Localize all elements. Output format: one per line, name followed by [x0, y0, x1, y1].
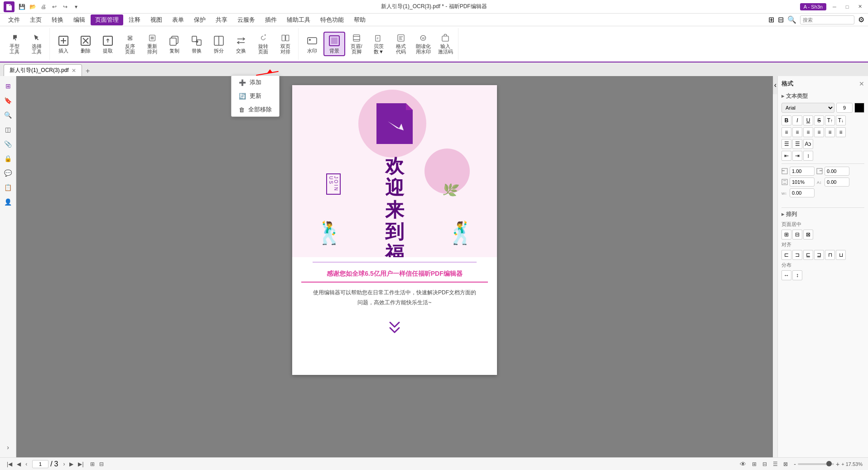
align-h-center-button[interactable]: ⊞	[781, 230, 791, 240]
copy-button[interactable]: 复制	[164, 32, 185, 56]
search-input[interactable]	[800, 15, 854, 24]
customize-icon[interactable]: ▾	[72, 2, 81, 11]
quick-open-icon[interactable]: 📂	[28, 2, 37, 11]
facing-view[interactable]: ⊠	[781, 460, 790, 469]
dropdown-remove-all[interactable]: 🗑 全部移除	[231, 103, 279, 116]
prev-page-button[interactable]: ◀	[15, 461, 22, 467]
align-page-button[interactable]: ⊠	[803, 230, 813, 240]
delete-button[interactable]: 删除	[75, 32, 96, 56]
sidebar-attachment-icon[interactable]: 📎	[2, 138, 14, 150]
settings-icon[interactable]: ⚙	[858, 15, 864, 24]
split-button[interactable]: 拆分	[208, 32, 230, 56]
two-page-view[interactable]: ⊟	[760, 460, 769, 469]
tab-add-button[interactable]: +	[83, 66, 93, 76]
word-spacing-input[interactable]	[790, 188, 815, 197]
menu-cloud[interactable]: 云服务	[233, 14, 260, 25]
nav-option-2[interactable]: ⊟	[98, 461, 105, 467]
input-code-button[interactable]: 输入激活码	[434, 32, 456, 56]
obj-align-vcenter-button[interactable]: ⊓	[825, 250, 835, 260]
align-justify-button[interactable]: ≡	[814, 127, 824, 137]
tab-close-button[interactable]: ✕	[72, 67, 76, 74]
last-page-button[interactable]: ▶|	[77, 461, 85, 467]
zoom-slider[interactable]	[798, 463, 834, 465]
extract-button[interactable]: 提取	[97, 32, 119, 56]
menu-share[interactable]: 共享	[211, 14, 232, 25]
menu-page-manage[interactable]: 页面管理	[91, 14, 123, 25]
menu-home[interactable]: 主页	[25, 14, 46, 25]
next-small-button[interactable]: ›	[62, 461, 66, 467]
zoom-out-button[interactable]: -	[794, 460, 796, 468]
sidebar-form-icon[interactable]: 📋	[2, 181, 14, 194]
line-height-input[interactable]	[790, 177, 815, 187]
reverse-button[interactable]: 反序页面	[119, 32, 141, 56]
background-button[interactable]: 背景	[323, 32, 345, 56]
font-size-input[interactable]	[836, 103, 853, 113]
bullet-list-button[interactable]: ☰	[781, 139, 791, 149]
sidebar-lock-icon[interactable]: 🔒	[2, 152, 14, 165]
first-page-button[interactable]: |◀	[5, 461, 14, 467]
select-tool-button[interactable]: 选择工具	[26, 32, 48, 56]
obj-align-bottom-button[interactable]: ⊔	[836, 250, 846, 260]
superscript-button[interactable]: T↑	[825, 115, 835, 125]
obj-align-right-button[interactable]: ⊑	[803, 250, 813, 260]
menu-plugin[interactable]: 插件	[260, 14, 281, 25]
distribute-v-button[interactable]: ↕	[792, 270, 802, 280]
menu-feature[interactable]: 特色功能	[316, 14, 348, 25]
redo-icon[interactable]: ↪	[61, 2, 70, 11]
menu-file[interactable]: 文件	[4, 14, 24, 25]
font-select[interactable]: Arial	[781, 103, 834, 113]
nav-option-1[interactable]: ⊞	[89, 461, 96, 467]
obj-align-top-button[interactable]: ⊒	[814, 250, 824, 260]
obj-align-left-button[interactable]: ⊏	[781, 250, 791, 260]
menu-view[interactable]: 视图	[146, 14, 167, 25]
digital-watermark-button[interactable]: W 朗读化用水印	[412, 32, 434, 56]
dropdown-add[interactable]: ➕ 添加	[231, 76, 279, 89]
next-page-button[interactable]: ▶	[68, 461, 75, 467]
char-spacing-input[interactable]	[825, 177, 849, 187]
user-badge[interactable]: A - Sh3n	[800, 3, 826, 10]
format-code-button[interactable]: 格式代码	[390, 32, 412, 56]
eye-icon[interactable]: 👁	[740, 460, 746, 468]
obj-align-hcenter-button[interactable]: ⊐	[792, 250, 802, 260]
sidebar-comment-icon[interactable]: 💬	[2, 167, 14, 179]
reorder-button[interactable]: 重新排列	[141, 32, 163, 56]
scroll-view[interactable]: ☰	[771, 460, 780, 469]
menu-form[interactable]: 表单	[168, 14, 188, 25]
sidebar-thumbnail-icon[interactable]: ⊞	[2, 80, 14, 92]
panel-icon[interactable]: ⊟	[778, 15, 784, 24]
tab-document[interactable]: 新人引导(1)_OCR(3).pdf ✕	[4, 64, 82, 76]
panel-close-button[interactable]: ✕	[859, 80, 864, 87]
sidebar-expand-icon[interactable]: ›	[2, 441, 14, 454]
layout-icon[interactable]: ⊞	[768, 15, 774, 24]
underline-button[interactable]: U	[803, 115, 813, 125]
bold-button[interactable]: B	[781, 115, 791, 125]
hand-tool-button[interactable]: 手型工具	[4, 32, 25, 56]
numbered-list-button[interactable]: ☰	[792, 139, 802, 149]
single-page-view[interactable]: ⊞	[750, 460, 759, 469]
indent-more-button[interactable]: ⇥	[792, 151, 802, 161]
rotate-button[interactable]: 旋转页面	[252, 32, 274, 56]
print-watermark-button[interactable]: 水印	[301, 32, 323, 56]
exchange-button[interactable]: 交换	[230, 32, 252, 56]
indent-less-button[interactable]: ⇤	[781, 151, 791, 161]
strikethrough-button[interactable]: S	[814, 115, 824, 125]
align-justify-all-button[interactable]: ≡	[825, 127, 835, 137]
page-number-input[interactable]	[32, 460, 48, 468]
font-color-picker[interactable]	[854, 103, 864, 113]
minimize-button[interactable]: ─	[830, 2, 839, 11]
text-direction-button[interactable]: ↕	[803, 151, 813, 161]
header-footer-button[interactable]: 页眉/页脚	[346, 32, 367, 56]
zoom-in-button[interactable]: +	[836, 460, 839, 468]
menu-annotation[interactable]: 注释	[124, 14, 145, 25]
dropdown-update[interactable]: 🔄 更新	[231, 89, 279, 103]
menu-edit[interactable]: 编辑	[69, 14, 90, 25]
left-spacing-input[interactable]	[790, 167, 815, 176]
menu-protect[interactable]: 保护	[189, 14, 210, 25]
right-spacing-input[interactable]	[825, 167, 849, 176]
subscript-button[interactable]: T↓	[836, 115, 846, 125]
sidebar-layers-icon[interactable]: ◫	[2, 123, 14, 136]
dualpage-button[interactable]: 双页对排	[275, 32, 296, 56]
quick-print-icon[interactable]: 🖨	[39, 2, 48, 11]
undo-icon[interactable]: ↩	[50, 2, 59, 11]
maximize-button[interactable]: □	[843, 2, 852, 11]
